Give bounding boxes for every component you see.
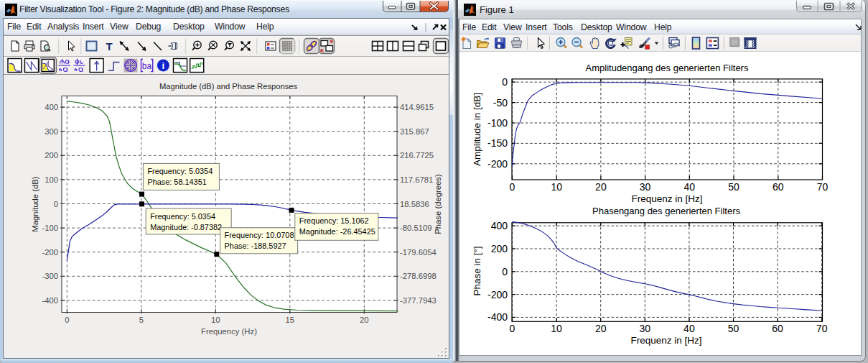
svg-text:30: 30 [640,323,651,334]
svg-text:30: 30 [640,181,651,193]
svg-text:300: 300 [45,127,58,136]
svg-text:0: 0 [510,323,515,334]
svg-text:i: i [162,60,165,71]
svg-text:-80.5109: -80.5109 [400,224,432,232]
svg-text:5: 5 [139,316,144,324]
svg-text:Magnitude: -0.87382: Magnitude: -0.87382 [150,223,222,231]
svg-text:Magnitude (dB) and Phase Respo: Magnitude (dB) and Phase Responses [159,82,298,91]
svg-text:-400: -400 [487,311,508,323]
svg-text:-400: -400 [42,296,58,305]
svg-text:Amplitudengang des generierten: Amplitudengang des generierten Filters [586,63,749,73]
svg-text:400: 400 [491,220,508,231]
svg-text:50: 50 [728,323,739,334]
svg-text:Magnitude (dB): Magnitude (dB) [31,176,39,231]
svg-text:10: 10 [551,181,562,193]
svg-text:40: 40 [683,323,695,334]
svg-text:Phase (degrees): Phase (degrees) [434,174,442,234]
svg-text:Phasengang des generierten Fil: Phasengang des generierten Filters [592,206,740,216]
svg-text:20: 20 [360,316,369,324]
svg-text:Magnitude: -26.45425: Magnitude: -26.45425 [299,227,375,236]
svg-text:-200: -200 [42,248,58,257]
svg-text:-50: -50 [493,97,508,109]
svg-text:20: 20 [595,181,607,193]
svg-text:-200: -200 [487,289,508,300]
svg-text:0: 0 [510,181,515,193]
svg-text:414.9615: 414.9615 [400,103,434,111]
svg-text:10: 10 [211,316,220,324]
svg-text:Frequenz in [Hz]: Frequenz in [Hz] [631,193,702,204]
svg-text:15: 15 [286,316,295,324]
svg-text:Frequency (Hz): Frequency (Hz) [201,327,257,336]
svg-text:50: 50 [728,181,739,193]
svg-text:60: 60 [772,323,783,334]
svg-text:Frequency: 10.0708: Frequency: 10.0708 [225,231,294,239]
svg-text:18.5836: 18.5836 [400,200,429,208]
svg-text:40: 40 [684,181,696,193]
svg-text:216.7725: 216.7725 [400,151,434,160]
svg-text:T: T [106,40,112,52]
svg-text:117.6781: 117.6781 [400,175,433,184]
svg-text:Frequency: 5.0354: Frequency: 5.0354 [147,167,213,175]
svg-text:Phase: -188.5927: Phase: -188.5927 [225,242,286,250]
svg-text:ba: ba [142,61,152,71]
svg-text:0: 0 [65,316,69,324]
svg-text:Frequenz in [Hz]: Frequenz in [Hz] [630,335,701,346]
svg-text:-100: -100 [487,117,508,129]
svg-text:200: 200 [45,151,58,160]
svg-text:0: 0 [54,200,58,208]
svg-text:Phase in [°]: Phase in [°] [472,246,482,295]
svg-text:Frequency: 15.1062: Frequency: 15.1062 [299,216,369,225]
svg-text:Frequency: 5.0354: Frequency: 5.0354 [150,212,215,221]
svg-text:100: 100 [45,175,58,184]
svg-text:-278.6998: -278.6998 [400,272,437,280]
svg-text:200: 200 [491,243,508,254]
svg-text:60: 60 [773,181,784,193]
svg-text:70: 70 [816,323,828,334]
svg-text:-100: -100 [42,224,58,232]
svg-text:10: 10 [551,323,562,334]
svg-text:315.867: 315.867 [400,127,429,136]
svg-text:0: 0 [502,266,508,277]
svg-text:70: 70 [817,181,829,193]
svg-text:-179.6054: -179.6054 [400,248,437,257]
svg-text:400: 400 [45,103,58,111]
svg-text:Amplitude in [dB]: Amplitude in [dB] [472,93,482,166]
svg-text:-300: -300 [42,272,58,280]
svg-text:Phase: 58.14351: Phase: 58.14351 [147,178,206,186]
svg-text:0: 0 [502,76,508,88]
svg-text:-377.7943: -377.7943 [400,296,437,305]
svg-text:-150: -150 [487,137,508,149]
svg-text:-200: -200 [487,158,508,170]
svg-text:20: 20 [595,323,607,334]
